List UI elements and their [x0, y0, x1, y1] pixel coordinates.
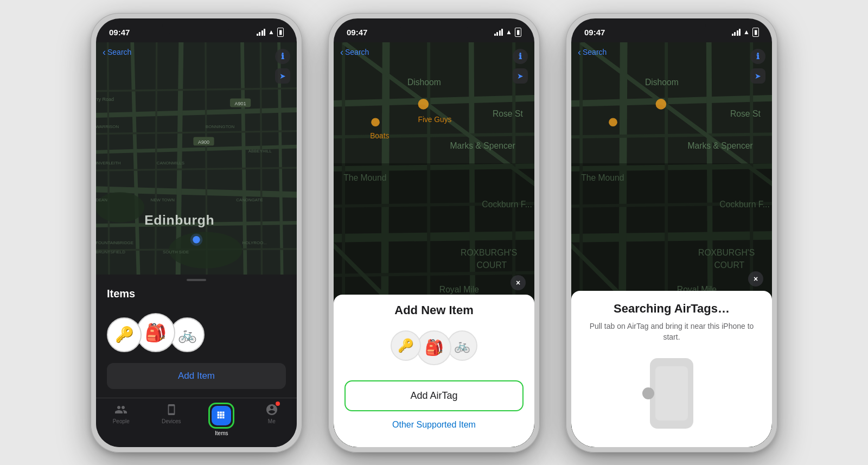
- time-1: 09:47: [109, 28, 130, 37]
- searching-subtitle-3: Pull tab on AirTag and bring it near thi…: [582, 321, 761, 342]
- svg-text:Edinburgh: Edinburgh: [144, 212, 214, 227]
- tab-people-1[interactable]: People: [96, 403, 146, 436]
- svg-line-14: [156, 42, 157, 275]
- svg-point-77: [371, 118, 380, 126]
- item-bubble-backpack: 🎒: [136, 313, 175, 352]
- searching-sheet-3: × Searching AirTags… Pull tab on AirTag …: [571, 291, 772, 447]
- map-area-3: NEW TOWN Dishoom Rose St Marks & Spencer…: [571, 42, 772, 447]
- svg-text:A900: A900: [198, 139, 209, 144]
- battery-icon-2: ▮: [515, 28, 521, 37]
- tab-bar-1: People Devices: [96, 398, 297, 447]
- svg-text:SOUTH SIDE: SOUTH SIDE: [163, 249, 189, 254]
- location-arrow-2[interactable]: ➤: [513, 68, 528, 84]
- modal-sheet-2: × Add New Item 🔑 🎒 🚲 Add AirTag Other Su…: [334, 295, 534, 447]
- items-green-ring-1: [208, 403, 234, 429]
- svg-text:CANONGATE: CANONGATE: [236, 197, 263, 202]
- status-icons-1: ▲ ▮: [257, 28, 284, 37]
- search-nav-2[interactable]: ‹ Search: [340, 47, 369, 58]
- phone-illus-container: [650, 358, 693, 429]
- phone-illustration-3: [582, 358, 761, 429]
- modal-item-bike: 🚲: [447, 330, 477, 361]
- modal-items-2: 🔑 🎒 🚲: [344, 330, 524, 365]
- svg-text:ABBEYHILL: ABBEYHILL: [248, 148, 272, 153]
- time-3: 09:47: [584, 28, 605, 37]
- search-label-1[interactable]: Search: [107, 48, 131, 56]
- add-item-button-1[interactable]: Add Item: [107, 363, 286, 389]
- tab-devices-1[interactable]: Devices: [146, 403, 197, 436]
- svg-point-75: [418, 99, 429, 110]
- modal-overlay-2: × Add New Item 🔑 🎒 🚲 Add AirTag Other Su…: [334, 163, 534, 447]
- tab-label-devices-1: Devices: [162, 418, 181, 424]
- info-button-1[interactable]: ℹ: [275, 49, 290, 64]
- add-airtag-button-2[interactable]: Add AirTag: [344, 380, 524, 411]
- svg-text:Boats: Boats: [370, 131, 389, 139]
- map-edinburgh-1: Ferry Road WARRISON BONNINGTON INVERLEIT…: [96, 42, 297, 275]
- svg-text:FOUNTAINBRIDGE: FOUNTAINBRIDGE: [96, 240, 133, 245]
- svg-text:CANONMILLS: CANONMILLS: [157, 161, 184, 165]
- tab-label-items-1: Items: [215, 430, 228, 436]
- me-icon-1: [265, 403, 279, 417]
- svg-text:INVERLEITH: INVERLEITH: [96, 161, 121, 165]
- search-nav-1[interactable]: ‹ Search: [103, 47, 131, 58]
- phone-illus-3: [650, 358, 693, 429]
- search-label-2[interactable]: Search: [345, 48, 369, 56]
- bottom-panel-1: Items 🔑 🎒 🚲 Add Item: [96, 275, 297, 398]
- modal-close-2[interactable]: ×: [510, 275, 526, 290]
- screen-illus: [655, 366, 688, 421]
- phone-3: 09:47 ▲ ▮: [566, 13, 777, 453]
- tab-items-1[interactable]: Items: [196, 403, 247, 436]
- battery-icon-1: ▮: [277, 28, 284, 37]
- modal-title-2: Add New Item: [344, 303, 524, 317]
- svg-point-113: [656, 99, 667, 110]
- info-button-3[interactable]: ℹ: [750, 49, 765, 64]
- svg-text:HOLYROO...: HOLYROO...: [242, 240, 266, 245]
- location-arrow-1[interactable]: ➤: [275, 68, 290, 84]
- items-active-bg-1: [212, 406, 231, 425]
- svg-text:Dishoom: Dishoom: [645, 77, 679, 86]
- item-bubble-key: 🔑: [107, 317, 142, 352]
- status-icons-3: ▲ ▮: [732, 28, 759, 37]
- modal-item-backpack: 🎒: [417, 330, 451, 365]
- search-label-3[interactable]: Search: [583, 48, 607, 56]
- battery-icon-3: ▮: [752, 28, 759, 37]
- people-icon-1: [114, 403, 128, 417]
- svg-text:BONNINGTON: BONNINGTON: [206, 124, 235, 129]
- wifi-icon-1: ▲: [268, 28, 275, 36]
- searching-title-3: Searching AirTags…: [582, 302, 761, 316]
- items-cluster-1: 🔑 🎒 🚲: [107, 309, 286, 352]
- info-button-2[interactable]: ℹ: [513, 49, 528, 64]
- svg-text:Dishoom: Dishoom: [407, 77, 441, 86]
- svg-text:Five Guys: Five Guys: [418, 116, 452, 124]
- searching-overlay-3: × Searching AirTags… Pull tab on AirTag …: [571, 163, 772, 447]
- location-arrow-3[interactable]: ➤: [750, 68, 765, 84]
- tab-label-people-1: People: [113, 418, 130, 424]
- svg-text:BRUNTSFIELD: BRUNTSFIELD: [96, 249, 125, 254]
- map-area-2: NEW TOWN Dishoom Rose St Marks & Spencer…: [334, 42, 534, 447]
- airtag-illus-3: [642, 387, 654, 399]
- svg-text:DEAN: DEAN: [96, 197, 107, 202]
- time-2: 09:47: [347, 28, 367, 37]
- phone-2: 09:47 ▲ ▮: [328, 13, 540, 453]
- svg-text:Rose St: Rose St: [493, 109, 523, 118]
- other-supported-link-2[interactable]: Other Supported Item: [344, 420, 524, 430]
- panel-title-1: Items: [107, 288, 286, 300]
- notch-2: [400, 18, 468, 34]
- modal-item-key: 🔑: [391, 330, 421, 361]
- devices-icon-1: [164, 403, 178, 417]
- svg-text:WARRISON: WARRISON: [96, 124, 119, 129]
- svg-text:Rose St: Rose St: [730, 109, 761, 118]
- signal-icon-1: [257, 29, 266, 36]
- svg-text:Marks & Spencer: Marks & Spencer: [450, 141, 515, 150]
- svg-point-17: [96, 192, 144, 222]
- svg-text:Ferry Road: Ferry Road: [96, 97, 114, 102]
- tab-label-me-1: Me: [268, 418, 276, 424]
- svg-text:NEW TOWN: NEW TOWN: [151, 197, 175, 202]
- phones-container: 09:47 ▲ ▮: [0, 2, 868, 463]
- searching-close-3[interactable]: ×: [748, 271, 763, 286]
- search-nav-3[interactable]: ‹ Search: [578, 47, 607, 58]
- wifi-icon-2: ▲: [506, 28, 512, 36]
- tab-me-1[interactable]: Me: [247, 403, 297, 436]
- signal-icon-3: [732, 29, 741, 36]
- svg-text:Marks & Spencer: Marks & Spencer: [687, 141, 752, 150]
- signal-icon-2: [494, 29, 503, 36]
